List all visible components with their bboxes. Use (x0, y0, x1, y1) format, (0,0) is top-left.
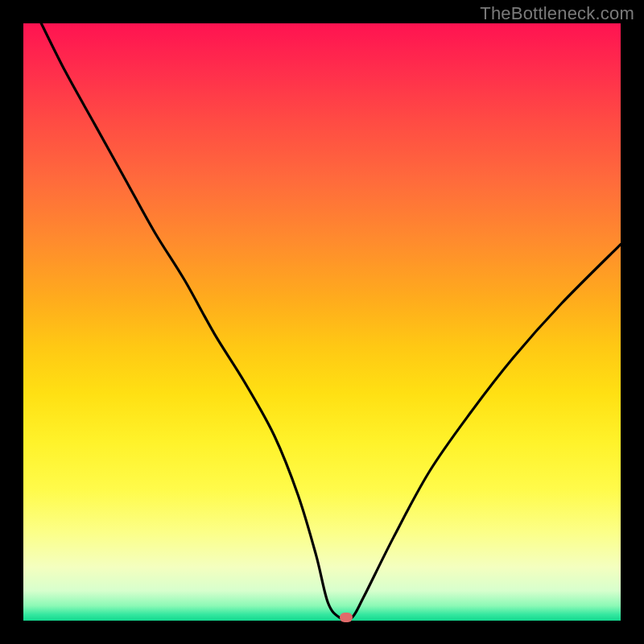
curve-svg (23, 23, 621, 621)
bottleneck-curve (41, 23, 621, 620)
plot-area (23, 23, 621, 621)
chart-frame: TheBottleneck.com (0, 0, 644, 644)
watermark-text: TheBottleneck.com (480, 3, 634, 24)
minimum-marker (340, 613, 353, 622)
